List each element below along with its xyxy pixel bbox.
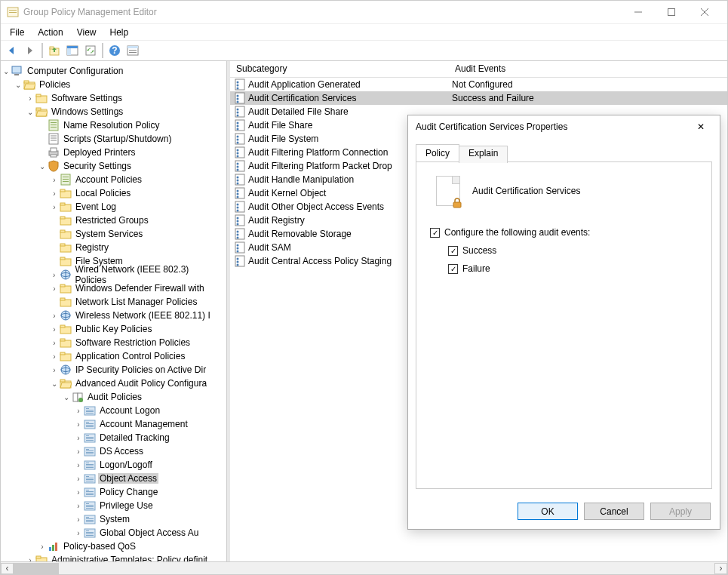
col-audit-events[interactable]: Audit Events xyxy=(449,61,727,77)
configure-events-checkbox[interactable]: ✓ xyxy=(430,228,440,238)
minimize-button[interactable] xyxy=(622,1,655,23)
chevron-right-icon[interactable]: › xyxy=(73,434,84,442)
tree-network-list-manager[interactable]: Network List Manager Policies xyxy=(1,295,226,309)
tree-account-logon[interactable]: ›Account Logon xyxy=(1,404,226,417)
chevron-down-icon[interactable]: ⌄ xyxy=(1,67,11,75)
tree-ip-security[interactable]: ›IP Security Policies on Active Dir xyxy=(1,363,226,377)
tree-policies[interactable]: ⌄Policies xyxy=(1,78,226,91)
chevron-down-icon[interactable]: ⌄ xyxy=(49,380,60,388)
menu-view[interactable]: View xyxy=(71,26,103,39)
tree-application-control[interactable]: ›Application Control Policies xyxy=(1,349,226,363)
tree-account-policies[interactable]: ›Account Policies xyxy=(1,173,226,186)
tree-goaa[interactable]: ›Global Object Access Au xyxy=(1,526,226,540)
chevron-right-icon[interactable]: › xyxy=(49,339,60,347)
menu-help[interactable]: Help xyxy=(104,26,135,39)
chevron-right-icon[interactable]: › xyxy=(73,502,84,510)
tab-explain[interactable]: Explain xyxy=(459,146,508,163)
tree-wired-network[interactable]: ›Wired Network (IEEE 802.3) Policies xyxy=(1,268,226,281)
list-row[interactable]: Audit Certification ServicesSuccess and … xyxy=(230,91,727,105)
tree-scripts[interactable]: Scripts (Startup/Shutdown) xyxy=(1,132,226,146)
chevron-right-icon[interactable]: › xyxy=(49,352,60,361)
chevron-right-icon[interactable]: › xyxy=(37,543,48,551)
tree-software-restriction[interactable]: ›Software Restriction Policies xyxy=(1,336,226,349)
tree-public-key-policies[interactable]: ›Public Key Policies xyxy=(1,322,226,336)
chevron-right-icon[interactable]: › xyxy=(73,515,84,524)
chevron-right-icon[interactable]: › xyxy=(73,488,84,497)
help-button[interactable]: ? xyxy=(106,42,123,59)
tree-local-policies[interactable]: ›Local Policies xyxy=(1,186,226,200)
cancel-button[interactable]: Cancel xyxy=(584,503,644,520)
chevron-right-icon[interactable]: › xyxy=(73,529,84,537)
menu-action[interactable]: Action xyxy=(32,26,69,39)
dialog-close-button[interactable]: ✕ xyxy=(690,121,712,132)
tree-audit-policies[interactable]: ⌄Audit Policies xyxy=(1,390,226,404)
close-button[interactable] xyxy=(688,1,721,23)
tree-restricted-groups[interactable]: Restricted Groups xyxy=(1,214,226,227)
tree-security-settings[interactable]: ⌄Security Settings xyxy=(1,159,226,173)
ok-button[interactable]: OK xyxy=(518,503,578,520)
chevron-right-icon[interactable]: › xyxy=(73,447,84,456)
tree-system[interactable]: ›System xyxy=(1,512,226,526)
tree-policy-change[interactable]: ›Policy Change xyxy=(1,485,226,499)
chevron-right-icon[interactable]: › xyxy=(49,189,60,198)
chevron-right-icon[interactable]: › xyxy=(73,475,84,483)
chevron-right-icon[interactable]: › xyxy=(73,461,84,469)
tree-wireless-network[interactable]: ›Wireless Network (IEEE 802.11) I xyxy=(1,309,226,322)
tree-policy-based-qos[interactable]: ›Policy-based QoS xyxy=(1,540,226,553)
filter-button[interactable] xyxy=(124,42,141,59)
configure-events-checkbox-row[interactable]: ✓ Configure the following audit events: xyxy=(430,227,698,238)
chevron-right-icon[interactable]: › xyxy=(73,407,84,415)
chevron-down-icon[interactable]: ⌄ xyxy=(61,393,72,401)
back-button[interactable] xyxy=(4,42,20,59)
up-button[interactable] xyxy=(46,42,63,59)
tree-registry[interactable]: Registry xyxy=(1,241,226,254)
tree-pane[interactable]: ⌄Computer Configuration⌄Policies›Softwar… xyxy=(1,61,227,561)
chevron-right-icon[interactable]: › xyxy=(49,271,60,279)
failure-checkbox[interactable]: ✓ xyxy=(448,264,458,274)
tree-admin-templates[interactable]: ›Administrative Templates: Policy defini… xyxy=(1,553,226,561)
tree-windows-settings[interactable]: ⌄Windows Settings xyxy=(1,105,226,118)
forward-button[interactable] xyxy=(22,42,38,59)
tree-advanced-audit-policy[interactable]: ⌄Advanced Audit Policy Configura xyxy=(1,377,226,390)
horizontal-scrollbar[interactable]: ‹ › xyxy=(1,561,727,574)
chevron-right-icon[interactable]: › xyxy=(25,94,35,103)
tree-detailed-tracking[interactable]: ›Detailed Tracking xyxy=(1,431,226,444)
chevron-right-icon[interactable]: › xyxy=(49,312,60,320)
list-row[interactable]: Audit Application GeneratedNot Configure… xyxy=(230,78,727,91)
tree-privilege-use[interactable]: ›Privilege Use xyxy=(1,499,226,512)
chevron-right-icon[interactable]: › xyxy=(49,203,60,211)
failure-checkbox-row[interactable]: ✓ Failure xyxy=(448,263,698,274)
tree-object-access[interactable]: ›Object Access xyxy=(1,472,226,485)
maximize-button[interactable] xyxy=(655,1,688,23)
chevron-down-icon[interactable]: ⌄ xyxy=(37,162,48,171)
chevron-right-icon[interactable]: › xyxy=(49,176,60,184)
tab-policy[interactable]: Policy xyxy=(416,144,459,161)
tree-system-services[interactable]: System Services xyxy=(1,227,226,241)
apply-button[interactable]: Apply xyxy=(650,503,711,520)
scroll-thumb[interactable] xyxy=(14,563,59,574)
chevron-right-icon[interactable]: › xyxy=(49,366,60,374)
tree-account-management[interactable]: ›Account Management xyxy=(1,417,226,431)
chevron-down-icon[interactable]: ⌄ xyxy=(13,81,23,89)
scroll-track[interactable] xyxy=(14,563,714,574)
scroll-left-button[interactable]: ‹ xyxy=(1,563,14,574)
tree-event-log[interactable]: ›Event Log xyxy=(1,200,226,214)
col-subcategory[interactable]: Subcategory xyxy=(230,61,449,77)
show-hide-tree-button[interactable] xyxy=(64,42,81,59)
tree-deployed-printers[interactable]: Deployed Printers xyxy=(1,146,226,159)
refresh-button[interactable] xyxy=(82,42,99,59)
scroll-right-button[interactable]: › xyxy=(714,563,727,574)
tree-logon-logoff[interactable]: ›Logon/Logoff xyxy=(1,458,226,472)
tree-name-resolution-policy[interactable]: Name Resolution Policy xyxy=(1,118,226,132)
chevron-right-icon[interactable]: › xyxy=(73,420,84,429)
tree-windows-defender-firewall[interactable]: ›Windows Defender Firewall with xyxy=(1,281,226,295)
chevron-right-icon[interactable]: › xyxy=(49,325,60,334)
menu-file[interactable]: File xyxy=(4,26,30,39)
chevron-down-icon[interactable]: ⌄ xyxy=(25,108,35,116)
success-checkbox-row[interactable]: ✓ Success xyxy=(448,245,698,256)
chevron-right-icon[interactable]: › xyxy=(49,284,60,293)
tree-computer-configuration[interactable]: ⌄Computer Configuration xyxy=(1,64,226,78)
tree-software-settings[interactable]: ›Software Settings xyxy=(1,91,226,105)
tree-ds-access[interactable]: ›DS Access xyxy=(1,444,226,458)
chevron-right-icon[interactable]: › xyxy=(25,556,35,562)
